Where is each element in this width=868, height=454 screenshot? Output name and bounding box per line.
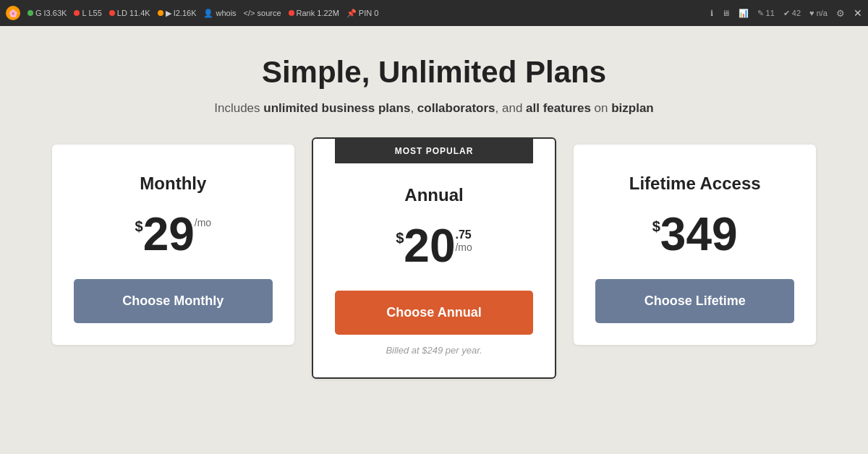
display-icon[interactable]: 🖥 — [722, 9, 730, 17]
toolbar-label-g: G — [35, 9, 42, 17]
card-annual: MOST POPULAR Annual $ 20 .75 /mo Choose … — [312, 137, 557, 379]
annual-dollar: $ — [396, 230, 404, 247]
green-dot — [27, 10, 33, 16]
monthly-period: /mo — [195, 217, 211, 228]
subtitle-bold-3: all features — [526, 101, 591, 115]
check-count[interactable]: ✔ 42 — [783, 9, 801, 18]
toolbar-item-rank[interactable]: Rank 1.22M — [289, 9, 339, 17]
toolbar-logo: 🌸 — [6, 6, 20, 20]
red-dot-l — [74, 10, 80, 16]
lifetime-dollar: $ — [652, 218, 660, 235]
lifetime-price: $ 349 — [595, 211, 794, 257]
pin-icon: 📌 — [346, 9, 357, 18]
toolbar-item-ld[interactable]: LD 11.4K — [109, 9, 150, 17]
monthly-price: $ 29 /mo — [74, 211, 273, 257]
toolbar-item-g[interactable]: G I3.63K — [27, 9, 67, 17]
subtitle-bold-1: unlimited business plans — [263, 101, 410, 115]
red-dot-ld — [109, 10, 115, 16]
gear-icon[interactable]: ⚙ — [836, 8, 845, 19]
orange-dot — [158, 10, 163, 16]
toolbar-item-l[interactable]: L L55 — [74, 9, 101, 17]
edit-count[interactable]: ✎ 11 — [757, 9, 775, 18]
heart-count[interactable]: ♥ n/a — [809, 9, 827, 17]
page-subtitle: Includes unlimited business plans, colla… — [214, 101, 654, 116]
choose-annual-button[interactable]: Choose Annual — [335, 291, 534, 335]
toolbar-label-ld: LD — [117, 9, 127, 17]
annual-billed-note: Billed at $249 per year. — [335, 345, 534, 356]
card-monthly: Monthly $ 29 /mo Choose Monthly — [52, 145, 294, 345]
pricing-cards: Monthly $ 29 /mo Choose Monthly MOST POP… — [43, 145, 825, 379]
card-monthly-title: Monthly — [74, 174, 273, 194]
main-content: Simple, Unlimited Plans Includes unlimit… — [0, 26, 868, 454]
close-icon[interactable]: ✕ — [854, 7, 862, 19]
red-dot-rank — [289, 10, 294, 16]
monthly-dollar: $ — [135, 218, 143, 235]
most-popular-badge: MOST POPULAR — [335, 139, 534, 163]
chart-icon[interactable]: 📊 — [739, 9, 749, 18]
subtitle-bold-2: collaborators — [417, 101, 495, 115]
toolbar-value-source: source — [258, 9, 281, 17]
toolbar-item-pin[interactable]: 📌 PIN 0 — [346, 9, 379, 18]
annual-period-wrap: .75 /mo — [455, 228, 472, 253]
monthly-period-wrap: /mo — [195, 217, 211, 228]
info-icon[interactable]: ℹ — [710, 9, 713, 18]
toolbar-item-b[interactable]: ▶ I2.16K — [158, 9, 197, 18]
person-icon: 👤 — [203, 9, 213, 18]
toolbar-right: ℹ 🖥 📊 ✎ 11 ✔ 42 ♥ n/a ⚙ ✕ — [710, 7, 862, 19]
annual-cents: .75 — [455, 228, 471, 241]
toolbar-item-source[interactable]: </> source — [244, 9, 281, 17]
toolbar-value-g: I3.63K — [44, 9, 67, 17]
card-annual-title: Annual — [335, 185, 534, 205]
page-title: Simple, Unlimited Plans — [262, 55, 606, 90]
toolbar-label-l: L — [82, 9, 86, 17]
annual-period: /mo — [455, 241, 472, 253]
annual-amount: 20 — [404, 223, 455, 269]
card-lifetime-title: Lifetime Access — [595, 174, 794, 194]
toolbar-value-ld: 11.4K — [129, 9, 150, 17]
toolbar-item-whois[interactable]: 👤 whois — [203, 9, 236, 18]
monthly-amount: 29 — [143, 211, 195, 257]
annual-price: $ 20 .75 /mo — [335, 223, 534, 269]
toolbar-value-b: I2.16K — [174, 9, 197, 17]
toolbar-value-l: L55 — [89, 9, 102, 17]
toolbar-value-whois: whois — [216, 9, 236, 17]
subtitle-bold-4: bizplan — [611, 101, 654, 115]
card-lifetime: Lifetime Access $ 349 Choose Lifetime — [574, 145, 816, 345]
lifetime-amount: 349 — [660, 211, 738, 257]
toolbar: 🌸 G I3.63K L L55 LD 11.4K ▶ I2.16K 👤 who… — [0, 0, 868, 26]
toolbar-value-rank: Rank 1.22M — [297, 9, 339, 17]
toolbar-label-b: ▶ — [166, 9, 171, 18]
choose-lifetime-button[interactable]: Choose Lifetime — [595, 279, 794, 323]
toolbar-value-pin: PIN 0 — [359, 9, 379, 17]
code-icon: </> — [244, 9, 255, 17]
choose-monthly-button[interactable]: Choose Monthly — [74, 279, 273, 323]
